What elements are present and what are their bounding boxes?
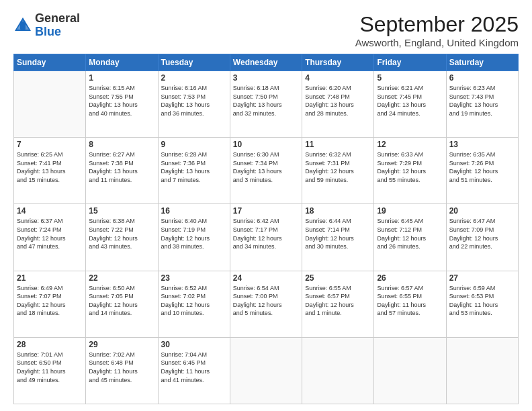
day-info: Sunrise: 6:18 AM Sunset: 7:50 PM Dayligh… [233,84,299,118]
calendar-cell: 23Sunrise: 6:52 AM Sunset: 7:02 PM Dayli… [158,271,230,337]
day-info: Sunrise: 6:28 AM Sunset: 7:36 PM Dayligh… [161,150,227,184]
weekday-header-row: SundayMondayTuesdayWednesdayThursdayFrid… [14,54,519,71]
calendar-cell [230,337,302,404]
day-info: Sunrise: 6:37 AM Sunset: 7:24 PM Dayligh… [17,217,83,250]
week-row-2: 7Sunrise: 6:25 AM Sunset: 7:41 PM Daylig… [14,138,519,204]
calendar-cell: 30Sunrise: 7:04 AM Sunset: 6:45 PM Dayli… [158,337,230,404]
day-number: 28 [17,340,83,349]
calendar-cell: 24Sunrise: 6:54 AM Sunset: 7:00 PM Dayli… [230,271,302,337]
calendar-cell [302,337,374,404]
logo-general-text: General [35,11,80,25]
day-info: Sunrise: 6:25 AM Sunset: 7:41 PM Dayligh… [17,150,83,184]
day-number: 17 [233,206,299,216]
calendar-cell [374,337,446,404]
day-number: 26 [377,273,443,283]
day-info: Sunrise: 6:47 AM Sunset: 7:09 PM Dayligh… [449,217,515,250]
day-number: 23 [161,273,227,283]
logo-icon [13,16,32,35]
calendar-cell: 3Sunrise: 6:18 AM Sunset: 7:50 PM Daylig… [230,71,302,138]
day-number: 19 [377,206,443,216]
day-info: Sunrise: 7:04 AM Sunset: 6:45 PM Dayligh… [161,351,227,384]
calendar-cell: 14Sunrise: 6:37 AM Sunset: 7:24 PM Dayli… [14,204,86,271]
day-info: Sunrise: 6:44 AM Sunset: 7:14 PM Dayligh… [305,217,371,250]
day-number: 25 [305,273,371,283]
day-number: 24 [233,273,299,283]
page: General Blue September 2025 Awsworth, En… [0,0,532,411]
svg-rect-2 [20,21,26,30]
day-info: Sunrise: 6:54 AM Sunset: 7:00 PM Dayligh… [233,284,299,318]
calendar-cell: 19Sunrise: 6:45 AM Sunset: 7:12 PM Dayli… [374,204,446,271]
weekday-header-saturday: Saturday [446,54,518,71]
day-number: 29 [89,340,154,349]
calendar-cell: 26Sunrise: 6:57 AM Sunset: 6:55 PM Dayli… [374,271,446,337]
day-info: Sunrise: 6:21 AM Sunset: 7:45 PM Dayligh… [377,84,443,118]
day-number: 30 [161,340,227,349]
calendar-cell: 5Sunrise: 6:21 AM Sunset: 7:45 PM Daylig… [374,71,446,138]
day-info: Sunrise: 6:27 AM Sunset: 7:38 PM Dayligh… [89,150,154,184]
calendar-cell: 12Sunrise: 6:33 AM Sunset: 7:29 PM Dayli… [374,138,446,204]
calendar-cell: 11Sunrise: 6:32 AM Sunset: 7:31 PM Dayli… [302,138,374,204]
day-number: 4 [305,73,371,83]
day-info: Sunrise: 6:49 AM Sunset: 7:07 PM Dayligh… [17,284,83,318]
weekday-header-sunday: Sunday [14,54,86,71]
day-info: Sunrise: 6:57 AM Sunset: 6:55 PM Dayligh… [377,284,443,318]
day-number: 10 [233,140,299,149]
day-info: Sunrise: 6:50 AM Sunset: 7:05 PM Dayligh… [89,284,154,318]
weekday-header-wednesday: Wednesday [230,54,302,71]
calendar-table: SundayMondayTuesdayWednesdayThursdayFrid… [13,54,519,404]
day-number: 16 [161,206,227,216]
logo-blue-text: Blue [35,25,61,38]
day-number: 22 [89,273,154,283]
day-number: 21 [17,273,83,283]
day-info: Sunrise: 6:52 AM Sunset: 7:02 PM Dayligh… [161,284,227,318]
day-number: 11 [305,140,371,149]
day-number: 12 [377,140,443,149]
day-info: Sunrise: 6:30 AM Sunset: 7:34 PM Dayligh… [233,150,299,184]
day-info: Sunrise: 6:15 AM Sunset: 7:55 PM Dayligh… [89,84,154,118]
week-row-3: 14Sunrise: 6:37 AM Sunset: 7:24 PM Dayli… [14,204,519,271]
calendar-cell: 6Sunrise: 6:23 AM Sunset: 7:43 PM Daylig… [446,71,518,138]
day-number: 3 [233,73,299,83]
month-title: September 2025 [355,12,519,37]
weekday-header-thursday: Thursday [302,54,374,71]
day-number: 18 [305,206,371,216]
calendar-cell: 16Sunrise: 6:40 AM Sunset: 7:19 PM Dayli… [158,204,230,271]
day-number: 20 [449,206,515,216]
day-info: Sunrise: 6:20 AM Sunset: 7:48 PM Dayligh… [305,84,371,118]
calendar-cell: 28Sunrise: 7:01 AM Sunset: 6:50 PM Dayli… [14,337,86,404]
calendar-cell: 18Sunrise: 6:44 AM Sunset: 7:14 PM Dayli… [302,204,374,271]
day-number: 2 [161,73,227,83]
calendar-cell: 7Sunrise: 6:25 AM Sunset: 7:41 PM Daylig… [14,138,86,204]
day-info: Sunrise: 6:40 AM Sunset: 7:19 PM Dayligh… [161,217,227,250]
day-info: Sunrise: 6:55 AM Sunset: 6:57 PM Dayligh… [305,284,371,318]
calendar-cell [446,337,518,404]
week-row-5: 28Sunrise: 7:01 AM Sunset: 6:50 PM Dayli… [14,337,519,404]
week-row-4: 21Sunrise: 6:49 AM Sunset: 7:07 PM Dayli… [14,271,519,337]
day-number: 5 [377,73,443,83]
calendar-cell: 20Sunrise: 6:47 AM Sunset: 7:09 PM Dayli… [446,204,518,271]
day-info: Sunrise: 6:33 AM Sunset: 7:29 PM Dayligh… [377,150,443,184]
calendar-cell: 4Sunrise: 6:20 AM Sunset: 7:48 PM Daylig… [302,71,374,138]
weekday-header-friday: Friday [374,54,446,71]
weekday-header-monday: Monday [86,54,158,71]
day-info: Sunrise: 6:23 AM Sunset: 7:43 PM Dayligh… [449,84,515,118]
day-info: Sunrise: 6:16 AM Sunset: 7:53 PM Dayligh… [161,84,227,118]
day-info: Sunrise: 6:45 AM Sunset: 7:12 PM Dayligh… [377,217,443,250]
logo: General Blue [13,12,80,39]
calendar-cell: 27Sunrise: 6:59 AM Sunset: 6:53 PM Dayli… [446,271,518,337]
calendar-cell: 2Sunrise: 6:16 AM Sunset: 7:53 PM Daylig… [158,71,230,138]
header: General Blue September 2025 Awsworth, En… [13,12,519,48]
calendar-cell: 10Sunrise: 6:30 AM Sunset: 7:34 PM Dayli… [230,138,302,204]
day-number: 13 [449,140,515,149]
calendar-cell: 25Sunrise: 6:55 AM Sunset: 6:57 PM Dayli… [302,271,374,337]
day-number: 9 [161,140,227,149]
calendar-cell: 17Sunrise: 6:42 AM Sunset: 7:17 PM Dayli… [230,204,302,271]
day-number: 8 [89,140,154,149]
calendar-cell: 9Sunrise: 6:28 AM Sunset: 7:36 PM Daylig… [158,138,230,204]
calendar-cell: 1Sunrise: 6:15 AM Sunset: 7:55 PM Daylig… [86,71,158,138]
calendar-cell: 21Sunrise: 6:49 AM Sunset: 7:07 PM Dayli… [14,271,86,337]
calendar-cell [14,71,86,138]
location-subtitle: Awsworth, England, United Kingdom [355,37,519,48]
day-info: Sunrise: 6:42 AM Sunset: 7:17 PM Dayligh… [233,217,299,250]
day-info: Sunrise: 6:32 AM Sunset: 7:31 PM Dayligh… [305,150,371,184]
